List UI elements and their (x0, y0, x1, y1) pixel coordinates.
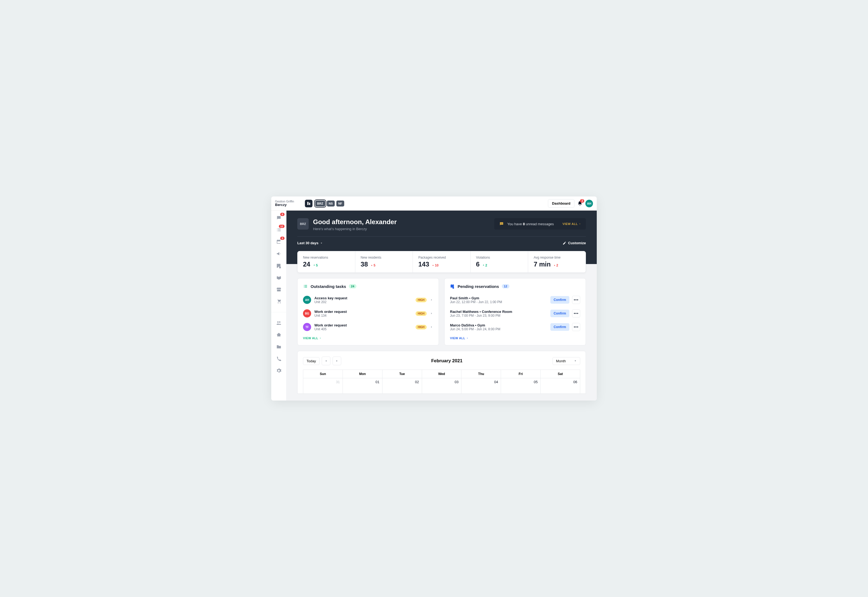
tasks-view-all-link[interactable]: VIEW ALL (303, 337, 433, 340)
delta-up: 5 (313, 263, 318, 267)
stat-new-residents: New residents 385 (355, 251, 413, 272)
sidebar-nav-packages[interactable] (276, 275, 282, 281)
confirm-button[interactable]: Confirm (550, 323, 569, 331)
next-month-button[interactable] (333, 356, 341, 365)
unread-message-text: You have 8 unread messages (507, 222, 554, 226)
building-name: Berczy (275, 203, 302, 207)
date-range-selector[interactable]: Last 30 days (297, 241, 323, 245)
reservation-title: Marco DaSilva • Gym (450, 323, 548, 327)
priority-badge: HIGH (416, 311, 427, 316)
dashboard-button[interactable]: Dashboard (548, 199, 575, 208)
chevron-right-icon (466, 337, 468, 339)
today-button[interactable]: Today (303, 357, 320, 365)
user-avatar[interactable]: AH (585, 200, 593, 207)
building-chip-brz[interactable]: BRZ (315, 200, 325, 206)
building-chip-ns[interactable]: NS (327, 200, 335, 206)
sidebar-nav-tasks[interactable]: 12 (276, 227, 282, 233)
svg-rect-1 (309, 203, 310, 205)
task-row[interactable]: AH Access key request Unit 202 HIGH (303, 293, 433, 307)
hero-title: Good afternoon, Alexander (313, 218, 397, 226)
reservation-title: Rachel Matthews • Conference Room (450, 310, 548, 314)
confirm-button[interactable]: Confirm (550, 310, 569, 317)
calendar-view-selector[interactable]: Month (552, 357, 580, 365)
reservation-row: Paul Smith • Gym Jun 22, 12:00 PM - Jun … (450, 293, 580, 307)
arrow-up-icon (313, 264, 316, 266)
calendar-grid: Sun Mon Tue Wed Thu Fri Sat 31 01 02 03 … (303, 370, 580, 394)
outstanding-tasks-panel: Outstanding tasks 24 AH Access key reque… (297, 278, 439, 346)
chevron-right-icon (430, 325, 433, 329)
calendar-cell[interactable]: 05 (501, 378, 541, 394)
calendar-cell[interactable]: 03 (422, 378, 462, 394)
unread-messages-box[interactable]: You have 8 unread messages VIEW ALL (494, 218, 586, 230)
sidebar-nav-announcements[interactable] (276, 251, 282, 257)
stat-packages: Packages received 14310 (413, 251, 471, 272)
phone-icon (276, 356, 281, 361)
svg-point-3 (502, 223, 502, 224)
chevron-left-icon (325, 359, 327, 362)
day-header: Sat (541, 370, 580, 378)
sidebar-nav-contacts[interactable] (276, 356, 282, 362)
pencil-icon (563, 241, 566, 245)
stats-row: New reservations 245 New residents 385 P… (297, 251, 586, 273)
day-header: Mon (343, 370, 382, 378)
confirm-button[interactable]: Confirm (550, 296, 569, 304)
delta-down: 5 (370, 263, 375, 267)
checklist-icon (303, 284, 308, 289)
building-chip-nf[interactable]: NF (336, 200, 344, 206)
reservation-time: Jun 24, 5:00 PM - Jun 24, 8:00 PM (450, 327, 548, 331)
day-header: Fri (501, 370, 541, 378)
task-title: Access key request (314, 296, 412, 300)
calendar-clock-icon (276, 263, 281, 268)
sidebar-nav-calendar[interactable]: 3 (276, 239, 282, 245)
sidebar-nav-settings[interactable] (276, 368, 282, 374)
sidebar-nav-documents[interactable] (276, 344, 282, 350)
arrow-down-icon (432, 264, 434, 266)
task-row[interactable]: BG Work order request Unit 134 HIGH (303, 307, 433, 320)
chevron-right-icon (430, 312, 433, 315)
chevron-right-icon (430, 298, 433, 301)
reservations-count-pill: 12 (502, 284, 510, 288)
tasks-count-pill: 24 (349, 284, 356, 288)
sidebar-nav-units[interactable] (276, 332, 282, 338)
people-icon (276, 320, 281, 326)
arrow-down-icon (553, 264, 556, 266)
gear-icon (276, 368, 281, 373)
task-row[interactable]: TF Work order request Unit 405 HIGH (303, 320, 433, 334)
sidebar: 8 12 3 (271, 211, 286, 401)
building-selector-icon[interactable] (305, 200, 313, 207)
calendar-cell[interactable]: 04 (461, 378, 501, 394)
stat-response-time: Avg response time 7 min2 (528, 251, 586, 272)
chevron-right-icon (336, 359, 338, 362)
view-all-messages-link[interactable]: VIEW ALL (563, 222, 581, 226)
cart-icon (276, 299, 281, 304)
calendar-title: February 2021 (341, 358, 552, 364)
calendar-cell[interactable]: 31 (303, 378, 343, 394)
delta-up: 2 (482, 263, 487, 267)
calendar-check-icon (450, 284, 455, 289)
sidebar-nav-chat[interactable]: 8 (276, 215, 282, 221)
sidebar-nav-amenities[interactable] (276, 287, 282, 293)
task-subtitle: Unit 405 (314, 327, 412, 331)
sidebar-nav-residents[interactable] (276, 320, 282, 326)
reservation-time: Jun 22, 12:00 PM - Jun 22, 1:00 PM (450, 300, 548, 304)
more-options-button[interactable]: ••• (572, 296, 580, 304)
more-options-button[interactable]: ••• (572, 309, 580, 318)
more-options-button[interactable]: ••• (572, 323, 580, 331)
calendar-cell[interactable]: 02 (382, 378, 422, 394)
task-avatar: TF (303, 323, 311, 331)
pending-reservations-panel: Pending reservations 12 Paul Smith • Gym… (444, 278, 586, 346)
sidebar-nav-marketplace[interactable] (276, 298, 282, 304)
sidebar-nav-schedule[interactable] (276, 263, 282, 269)
calendar-card: Today February 2021 Month Sun Mon Tue We… (297, 351, 586, 394)
calendar-cell[interactable]: 01 (343, 378, 382, 394)
task-title: Work order request (314, 310, 412, 314)
chevron-right-icon (319, 337, 321, 339)
reservations-view-all-link[interactable]: VIEW ALL (450, 337, 580, 340)
hero-subtitle: Here's what's happening in Berczy (313, 227, 397, 231)
app-window: Gestion Griffin Berczy BRZ NS NF Dashboa… (271, 196, 597, 401)
customize-button[interactable]: Customize (563, 241, 586, 245)
reservation-row: Rachel Matthews • Conference Room Jun 23… (450, 307, 580, 320)
prev-month-button[interactable] (322, 356, 330, 365)
notifications-bell[interactable]: 3 (577, 201, 583, 206)
calendar-cell[interactable]: 06 (541, 378, 580, 394)
